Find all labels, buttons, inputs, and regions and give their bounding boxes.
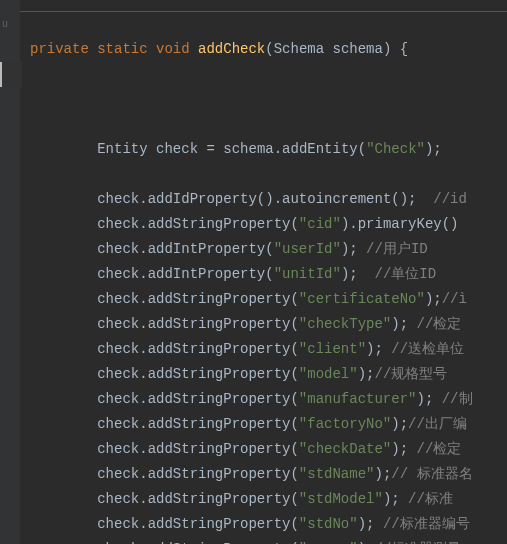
caret-indicator	[0, 62, 22, 87]
code-line: check.addStringProperty("client"); //送检单…	[30, 337, 507, 362]
code-line	[30, 87, 507, 112]
code-line: check.addStringProperty("stdName");// 标准…	[30, 462, 507, 487]
code-editor[interactable]: u private static void addCheck(Schema sc…	[0, 0, 507, 544]
code-line: check.addStringProperty("model");//规格型号	[30, 362, 507, 387]
code-area[interactable]: private static void addCheck(Schema sche…	[20, 0, 507, 544]
fold-mark[interactable]: u	[0, 12, 20, 37]
code-line: check.addStringProperty("range");//标准器测量	[30, 537, 507, 544]
code-line: check.addStringProperty("stdModel"); //标…	[30, 487, 507, 512]
code-line: private static void addCheck(Schema sche…	[30, 37, 507, 62]
code-line: check.addStringProperty("checkDate"); //…	[30, 437, 507, 462]
code-line: check.addStringProperty("manufacturer");…	[30, 387, 507, 412]
code-line: check.addStringProperty("cid").primaryKe…	[30, 212, 507, 237]
code-line: check.addStringProperty("stdNo"); //标准器编…	[30, 512, 507, 537]
code-line: check.addStringProperty("checkType"); //…	[30, 312, 507, 337]
code-line: check.addIdProperty().autoincrement(); /…	[30, 187, 507, 212]
code-line: check.addIntProperty("userId"); //用户ID	[30, 237, 507, 262]
code-line: check.addStringProperty("factoryNo");//出…	[30, 412, 507, 437]
gutter: u	[0, 0, 20, 544]
code-line: Entity check = schema.addEntity("Check")…	[30, 137, 507, 162]
code-line: check.addStringProperty("certificateNo")…	[30, 287, 507, 312]
code-line: check.addIntProperty("unitId"); //单位ID	[30, 262, 507, 287]
